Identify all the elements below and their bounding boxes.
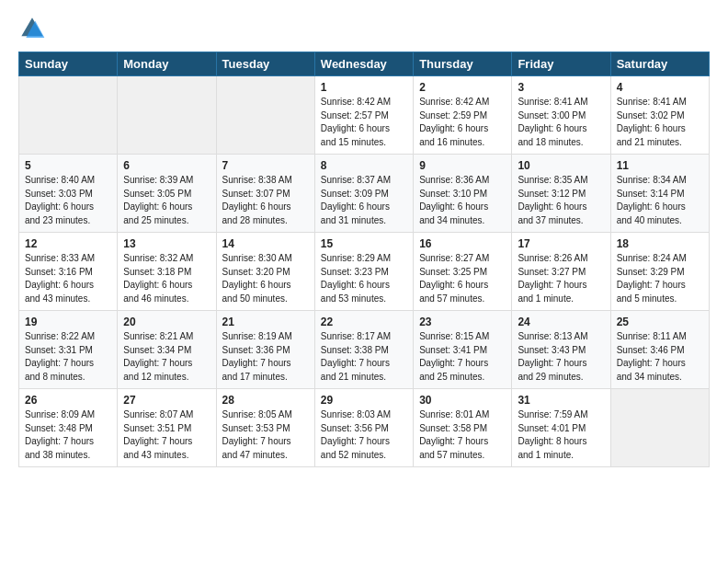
day-info: Sunrise: 8:35 AM Sunset: 3:12 PM Dayligh…: [518, 174, 604, 227]
calendar-cell: 10Sunrise: 8:35 AM Sunset: 3:12 PM Dayli…: [512, 155, 610, 233]
calendar-cell: [610, 389, 709, 467]
day-info: Sunrise: 8:21 AM Sunset: 3:34 PM Dayligh…: [123, 330, 210, 384]
day-number: 24: [518, 316, 604, 328]
day-number: 15: [321, 237, 407, 250]
day-number: 12: [25, 237, 111, 250]
day-number: 9: [419, 159, 506, 172]
calendar-cell: 4Sunrise: 8:41 AM Sunset: 3:02 PM Daylig…: [610, 76, 709, 155]
week-row: 26Sunrise: 8:09 AM Sunset: 3:48 PM Dayli…: [19, 389, 710, 467]
day-info: Sunrise: 8:19 AM Sunset: 3:36 PM Dayligh…: [222, 330, 309, 384]
day-number: 23: [419, 316, 506, 328]
weekday-header: Thursday: [414, 52, 512, 76]
day-number: 21: [222, 316, 309, 328]
day-info: Sunrise: 8:32 AM Sunset: 3:18 PM Dayligh…: [123, 252, 210, 305]
calendar-cell: 20Sunrise: 8:21 AM Sunset: 3:34 PM Dayli…: [118, 311, 216, 389]
calendar-cell: 21Sunrise: 8:19 AM Sunset: 3:36 PM Dayli…: [216, 311, 314, 389]
day-info: Sunrise: 8:05 AM Sunset: 3:53 PM Dayligh…: [222, 408, 309, 462]
calendar-cell: 12Sunrise: 8:33 AM Sunset: 3:16 PM Dayli…: [19, 233, 118, 311]
day-info: Sunrise: 8:13 AM Sunset: 3:43 PM Dayligh…: [518, 330, 604, 384]
calendar-cell: 23Sunrise: 8:15 AM Sunset: 3:41 PM Dayli…: [414, 311, 512, 389]
calendar: SundayMondayTuesdayWednesdayThursdayFrid…: [18, 52, 710, 467]
day-info: Sunrise: 8:01 AM Sunset: 3:58 PM Dayligh…: [419, 408, 506, 462]
day-info: Sunrise: 8:29 AM Sunset: 3:23 PM Dayligh…: [321, 252, 407, 305]
day-number: 17: [518, 237, 604, 250]
calendar-header: SundayMondayTuesdayWednesdayThursdayFrid…: [19, 52, 710, 76]
calendar-cell: 22Sunrise: 8:17 AM Sunset: 3:38 PM Dayli…: [314, 311, 413, 389]
day-info: Sunrise: 8:22 AM Sunset: 3:31 PM Dayligh…: [25, 330, 111, 384]
calendar-cell: 29Sunrise: 8:03 AM Sunset: 3:56 PM Dayli…: [314, 389, 413, 467]
day-info: Sunrise: 8:33 AM Sunset: 3:16 PM Dayligh…: [25, 252, 111, 305]
day-info: Sunrise: 8:24 AM Sunset: 3:29 PM Dayligh…: [617, 252, 703, 305]
day-number: 16: [419, 237, 506, 250]
day-number: 7: [222, 159, 309, 172]
day-info: Sunrise: 8:26 AM Sunset: 3:27 PM Dayligh…: [518, 252, 604, 305]
calendar-cell: 26Sunrise: 8:09 AM Sunset: 3:48 PM Dayli…: [19, 389, 118, 467]
day-info: Sunrise: 8:07 AM Sunset: 3:51 PM Dayligh…: [123, 408, 210, 462]
day-number: 3: [518, 81, 604, 94]
weekday-header: Monday: [118, 52, 216, 76]
weekday-header: Saturday: [610, 52, 709, 76]
calendar-cell: 7Sunrise: 8:38 AM Sunset: 3:07 PM Daylig…: [216, 155, 314, 233]
day-number: 29: [321, 394, 407, 407]
header: [18, 15, 710, 42]
calendar-cell: 31Sunrise: 7:59 AM Sunset: 4:01 PM Dayli…: [512, 389, 610, 467]
day-info: Sunrise: 8:42 AM Sunset: 2:57 PM Dayligh…: [321, 96, 407, 149]
calendar-cell: 14Sunrise: 8:30 AM Sunset: 3:20 PM Dayli…: [216, 233, 314, 311]
calendar-cell: 18Sunrise: 8:24 AM Sunset: 3:29 PM Dayli…: [610, 233, 709, 311]
day-number: 20: [123, 316, 210, 328]
calendar-cell: [118, 76, 216, 155]
day-info: Sunrise: 8:15 AM Sunset: 3:41 PM Dayligh…: [419, 330, 506, 384]
day-info: Sunrise: 8:41 AM Sunset: 3:00 PM Dayligh…: [518, 96, 604, 149]
weekday-header: Tuesday: [216, 52, 314, 76]
day-info: Sunrise: 8:37 AM Sunset: 3:09 PM Dayligh…: [321, 174, 407, 227]
day-info: Sunrise: 8:30 AM Sunset: 3:20 PM Dayligh…: [222, 252, 309, 305]
day-number: 27: [123, 394, 210, 407]
day-info: Sunrise: 8:39 AM Sunset: 3:05 PM Dayligh…: [123, 174, 210, 227]
day-number: 28: [222, 394, 309, 407]
week-row: 19Sunrise: 8:22 AM Sunset: 3:31 PM Dayli…: [19, 311, 710, 389]
calendar-cell: 8Sunrise: 8:37 AM Sunset: 3:09 PM Daylig…: [314, 155, 413, 233]
day-info: Sunrise: 8:41 AM Sunset: 3:02 PM Dayligh…: [617, 96, 703, 149]
calendar-cell: 1Sunrise: 8:42 AM Sunset: 2:57 PM Daylig…: [314, 76, 413, 155]
calendar-cell: 16Sunrise: 8:27 AM Sunset: 3:25 PM Dayli…: [414, 233, 512, 311]
calendar-cell: 17Sunrise: 8:26 AM Sunset: 3:27 PM Dayli…: [512, 233, 610, 311]
day-info: Sunrise: 8:09 AM Sunset: 3:48 PM Dayligh…: [25, 408, 111, 462]
weekday-row: SundayMondayTuesdayWednesdayThursdayFrid…: [19, 52, 710, 76]
calendar-body: 1Sunrise: 8:42 AM Sunset: 2:57 PM Daylig…: [19, 76, 710, 467]
calendar-cell: [216, 76, 314, 155]
day-number: 14: [222, 237, 309, 250]
calendar-cell: 19Sunrise: 8:22 AM Sunset: 3:31 PM Dayli…: [19, 311, 118, 389]
week-row: 12Sunrise: 8:33 AM Sunset: 3:16 PM Dayli…: [19, 233, 710, 311]
calendar-cell: 5Sunrise: 8:40 AM Sunset: 3:03 PM Daylig…: [19, 155, 118, 233]
day-number: 8: [321, 159, 407, 172]
day-info: Sunrise: 8:38 AM Sunset: 3:07 PM Dayligh…: [222, 174, 309, 227]
weekday-header: Wednesday: [314, 52, 413, 76]
calendar-cell: 11Sunrise: 8:34 AM Sunset: 3:14 PM Dayli…: [610, 155, 709, 233]
logo: [18, 15, 50, 42]
calendar-cell: 30Sunrise: 8:01 AM Sunset: 3:58 PM Dayli…: [414, 389, 512, 467]
day-number: 1: [321, 81, 407, 94]
day-number: 31: [518, 394, 604, 407]
calendar-cell: 24Sunrise: 8:13 AM Sunset: 3:43 PM Dayli…: [512, 311, 610, 389]
day-info: Sunrise: 8:17 AM Sunset: 3:38 PM Dayligh…: [321, 330, 407, 384]
day-number: 4: [617, 81, 703, 94]
day-number: 25: [617, 316, 703, 328]
weekday-header: Sunday: [19, 52, 118, 76]
day-number: 30: [419, 394, 506, 407]
calendar-cell: 9Sunrise: 8:36 AM Sunset: 3:10 PM Daylig…: [414, 155, 512, 233]
day-number: 2: [419, 81, 506, 94]
day-info: Sunrise: 8:27 AM Sunset: 3:25 PM Dayligh…: [419, 252, 506, 305]
day-number: 22: [321, 316, 407, 328]
calendar-cell: 27Sunrise: 8:07 AM Sunset: 3:51 PM Dayli…: [118, 389, 216, 467]
calendar-cell: 25Sunrise: 8:11 AM Sunset: 3:46 PM Dayli…: [610, 311, 709, 389]
day-number: 13: [123, 237, 210, 250]
day-number: 18: [617, 237, 703, 250]
calendar-cell: 6Sunrise: 8:39 AM Sunset: 3:05 PM Daylig…: [118, 155, 216, 233]
calendar-cell: [19, 76, 118, 155]
day-info: Sunrise: 8:40 AM Sunset: 3:03 PM Dayligh…: [25, 174, 111, 227]
day-number: 19: [25, 316, 111, 328]
weekday-header: Friday: [512, 52, 610, 76]
week-row: 1Sunrise: 8:42 AM Sunset: 2:57 PM Daylig…: [19, 76, 710, 155]
calendar-cell: 3Sunrise: 8:41 AM Sunset: 3:00 PM Daylig…: [512, 76, 610, 155]
logo-icon: [18, 15, 46, 42]
